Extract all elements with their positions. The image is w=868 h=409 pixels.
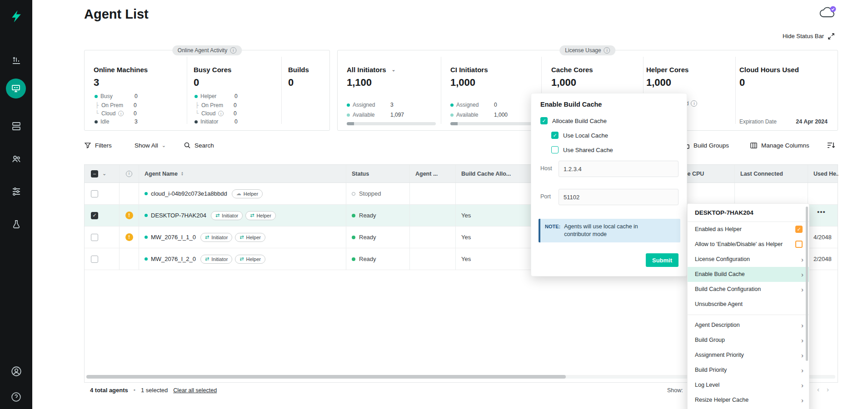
warning-icon[interactable]: !	[125, 233, 133, 241]
chevron-right-icon: ›	[801, 267, 803, 282]
status-cell: Ready	[346, 205, 410, 226]
sort-button[interactable]	[826, 140, 835, 151]
info-icon: i	[126, 171, 132, 177]
stat-value: 0	[739, 77, 745, 89]
logo-icon	[9, 9, 24, 24]
menu-item-enable-build-cache[interactable]: Enable Build Cache ›	[688, 267, 809, 282]
online-agent-activity-card: Online Agent Activity i Online Machines …	[84, 50, 330, 131]
cloud-status-button[interactable]	[818, 5, 837, 22]
host-label: Host	[540, 165, 552, 172]
menu-item-build-group[interactable]: Build Group ›	[688, 333, 809, 348]
row-checkbox[interactable]	[91, 256, 98, 263]
build-cache-column-header[interactable]: Build Cache Allo...	[456, 165, 531, 182]
show-label: Show:	[667, 387, 683, 394]
sidebar-item-users[interactable]	[0, 149, 32, 169]
port-input[interactable]	[559, 189, 678, 205]
sidebar-item-profile[interactable]	[0, 361, 32, 381]
help-icon	[10, 391, 22, 403]
menu-item-log-level[interactable]: Log Level ›	[688, 378, 809, 393]
used-helper-cell: 4/2048	[808, 227, 838, 248]
last-connected-column-header[interactable]: Last Connected	[735, 165, 808, 182]
submit-button[interactable]: Submit	[646, 253, 678, 267]
build-groups-button[interactable]: Build Groups	[682, 140, 729, 151]
table-row[interactable]: cloud_i-04b92c073e1a8bbdd ☁ Helper Stopp…	[85, 183, 838, 205]
allow-enable-disable-checkbox[interactable]	[795, 241, 803, 248]
agent-name-cell: MW_2076_I_1_0 ⇄ Initiator ⇄ Helper	[139, 227, 346, 248]
assigned-row: Assigned 3	[347, 101, 375, 108]
menu-item-unsubscribe-agent[interactable]: Unsubscribe Agent	[688, 297, 809, 312]
divider	[441, 57, 441, 124]
stat-value: 3	[94, 77, 99, 89]
row-actions-button[interactable]: •••	[817, 208, 826, 216]
agent-type-column-header[interactable]: Agent ...	[410, 165, 456, 182]
used-helper-cell: 2/2048	[808, 248, 838, 270]
menu-item-build-priority[interactable]: Build Priority ›	[688, 363, 809, 378]
local-cache-checkbox[interactable]: ✓	[551, 132, 559, 139]
menu-item-enabled-as-helper[interactable]: Enabled as Helper ✓	[688, 222, 809, 237]
sliders-icon	[11, 186, 22, 197]
used-helper-column-header[interactable]: Used He...	[808, 165, 838, 182]
menu-item-assignment-priority[interactable]: Assignment Priority ›	[688, 348, 809, 363]
idle-dot	[95, 120, 98, 123]
active-nav-indicator	[6, 79, 26, 99]
tree-end-icon: └	[95, 110, 101, 117]
sidebar-item-builds[interactable]	[0, 214, 32, 234]
menu-scrollbar[interactable]	[806, 207, 808, 361]
filters-button[interactable]: Filters	[84, 140, 112, 151]
sidebar-item-help[interactable]	[0, 387, 32, 407]
flask-icon	[11, 219, 22, 230]
agent-name-column-header[interactable]: Agent Name ▲▼	[139, 165, 346, 182]
sidebar-item-agents[interactable]	[6, 79, 26, 99]
caret-down-icon[interactable]: ⌄	[102, 171, 106, 177]
warning-icon[interactable]: !	[125, 212, 133, 219]
prev-page-button[interactable]: ‹	[817, 385, 819, 393]
hide-status-bar-label: Hide Status Bar	[783, 33, 824, 39]
enable-build-cache-dialog: Enable Build Cache ✓ Allocate Build Cach…	[531, 93, 687, 276]
allocate-build-cache-option[interactable]: ✓ Allocate Build Cache	[540, 117, 607, 124]
select-all-checkbox[interactable]: –	[91, 170, 98, 177]
sort-arrows-icon[interactable]: ▲▼	[181, 172, 184, 176]
enabled-as-helper-checkbox[interactable]: ✓	[795, 226, 803, 233]
shared-cache-label: Use Shared Cache	[563, 147, 613, 153]
hide-status-bar-button[interactable]: Hide Status Bar	[745, 33, 834, 39]
usage-progress-bar	[347, 122, 436, 125]
shared-cache-checkbox[interactable]	[551, 146, 559, 153]
sidebar-item-coordinator[interactable]	[0, 116, 32, 136]
menu-item-agent-description[interactable]: Agent Description ›	[688, 318, 809, 333]
stat-value: 1,000	[551, 77, 576, 89]
all-initiators-dropdown[interactable]: All Initiators ⌄	[347, 66, 395, 74]
row-checkbox[interactable]	[91, 190, 98, 197]
row-checkbox[interactable]: ✓	[91, 212, 98, 219]
sidebar-item-dashboard[interactable]	[0, 50, 32, 70]
horizontal-scrollbar-thumb[interactable]	[86, 375, 566, 379]
initiator-badge: ⇄ Initiator	[211, 211, 243, 220]
menu-item-allow-enable-disable[interactable]: Allow to 'Enable/Disable' as Helper	[688, 237, 809, 252]
cloud-icon	[818, 5, 837, 20]
row-checkbox[interactable]	[91, 234, 98, 241]
use-local-cache-option[interactable]: ✓ Use Local Cache	[551, 132, 608, 139]
use-shared-cache-option[interactable]: Use Shared Cache	[551, 146, 613, 153]
status-column-header[interactable]: Status	[346, 165, 410, 182]
initiator-row: Initiator 0	[195, 118, 218, 125]
menu-item-build-cache-configuration[interactable]: Build Cache Configuration ›	[688, 282, 809, 297]
table-footer-summary: 4 total agents • 1 selected Clear all se…	[90, 387, 217, 394]
build-cache-cell	[456, 183, 531, 204]
info-icon[interactable]: i	[118, 111, 124, 116]
sidebar-item-settings[interactable]	[0, 182, 32, 202]
chevron-right-icon: ›	[801, 393, 803, 408]
helper-dot	[195, 95, 198, 98]
menu-item-resize-helper-cache[interactable]: Resize Helper Cache ›	[688, 393, 809, 408]
clear-all-selected-link[interactable]: Clear all selected	[173, 387, 217, 394]
allocate-checkbox[interactable]: ✓	[540, 117, 548, 124]
host-input[interactable]	[559, 161, 678, 177]
agent-name-cell: cloud_i-04b92c073e1a8bbdd ☁ Helper	[139, 183, 346, 204]
show-all-dropdown[interactable]: Show All ⌄	[135, 140, 166, 151]
info-icon[interactable]: i	[691, 100, 697, 107]
menu-item-license-configuration[interactable]: License Configuration ›	[688, 252, 809, 267]
info-icon[interactable]: i	[218, 111, 224, 116]
search-button[interactable]: Search	[184, 140, 214, 151]
row-info-cell	[120, 183, 139, 204]
app-logo[interactable]	[0, 0, 32, 32]
next-page-button[interactable]: ›	[827, 385, 829, 393]
manage-columns-button[interactable]: Manage Columns	[750, 140, 809, 151]
